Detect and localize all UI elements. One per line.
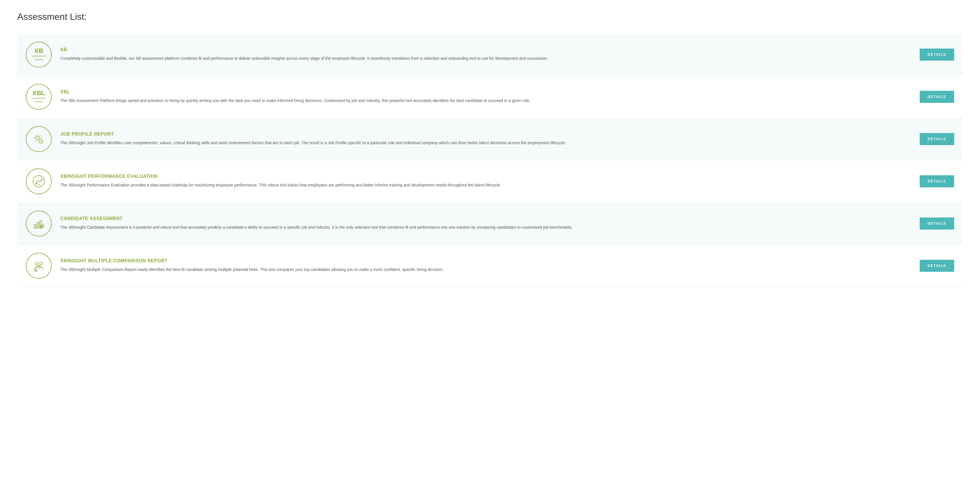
assessment-content-job-profile: JOB PROFILE REPORT The XBInsight Job Pro… xyxy=(60,132,920,147)
svg-line-9 xyxy=(42,226,43,226)
assessment-content-multiple-comparison: XBINSIGHT MULTIPLE COMPARISON REPORT The… xyxy=(60,258,920,273)
assessment-icon-xb: XB AssessmentSystem xyxy=(26,41,52,67)
assessment-item-job-profile: JOB PROFILE REPORT The XBInsight Job Pro… xyxy=(17,118,963,160)
svg-rect-13 xyxy=(35,270,37,271)
assessment-item-multiple-comparison: XBINSIGHT MULTIPLE COMPARISON REPORT The… xyxy=(17,245,963,287)
svg-point-2 xyxy=(33,175,45,187)
assessment-icon-multiple-comparison xyxy=(26,253,52,279)
icon-label: XB xyxy=(35,48,43,54)
assessment-desc-xb: Completely customizable and flexible, ou… xyxy=(60,55,911,62)
assessment-content-xb: XB Completely customizable and flexible,… xyxy=(60,47,920,62)
svg-point-11 xyxy=(40,262,43,265)
svg-rect-4 xyxy=(34,225,36,228)
svg-point-7 xyxy=(40,225,44,228)
assessment-desc-job-profile: The XBInsight Job Profile identifies cor… xyxy=(60,140,911,147)
assessment-name-multiple-comparison: XBINSIGHT MULTIPLE COMPARISON REPORT xyxy=(60,258,911,263)
svg-point-10 xyxy=(35,262,38,265)
assessment-item-xbl: XBL AssessmentSystem XBL The XBL Assessm… xyxy=(17,76,963,118)
assessment-content-candidate-assessment: CANDIDATE ASSESSMENT The XBInsight Candi… xyxy=(60,216,920,231)
assessment-desc-multiple-comparison: The XBInsight Multiple Comparison Report… xyxy=(60,266,911,273)
assessment-item-performance-eval: XBINSIGHT PERFORMANCE EVALUATION The XBI… xyxy=(17,160,963,202)
assessment-desc-xbl: The XBL Assessment Platform brings speed… xyxy=(60,97,911,104)
assessment-icon-xbl: XBL AssessmentSystem xyxy=(26,84,52,110)
svg-point-12 xyxy=(37,266,40,268)
assessment-name-xb: XB xyxy=(60,47,911,52)
assessment-list: XB AssessmentSystem XB Completely custom… xyxy=(17,33,963,287)
svg-point-1 xyxy=(40,140,43,143)
icon-sub-label: AssessmentSystem xyxy=(32,54,46,61)
assessment-item-xb: XB AssessmentSystem XB Completely custom… xyxy=(17,33,963,76)
details-button-multiple-comparison[interactable]: DETAILS xyxy=(920,260,954,272)
details-button-candidate-assessment[interactable]: DETAILS xyxy=(920,218,954,229)
svg-point-0 xyxy=(36,136,39,140)
details-button-job-profile[interactable]: DETAILS xyxy=(920,133,954,145)
icon-sub-label: AssessmentSystem xyxy=(32,97,46,104)
icon-label: XBL xyxy=(32,90,45,96)
svg-point-3 xyxy=(36,183,37,184)
details-button-performance-eval[interactable]: DETAILS xyxy=(920,175,954,187)
svg-rect-5 xyxy=(37,222,39,228)
details-button-xb[interactable]: DETAILS xyxy=(920,49,954,61)
assessment-name-job-profile: JOB PROFILE REPORT xyxy=(60,132,911,137)
assessment-desc-candidate-assessment: The XBInsight Candidate Assessment is a … xyxy=(60,224,911,231)
assessment-icon-candidate-assessment xyxy=(26,210,52,236)
assessment-desc-performance-eval: The XBInsight Performance Evaluation pro… xyxy=(60,182,911,189)
assessment-icon-performance-eval xyxy=(26,168,52,194)
assessment-item-candidate-assessment: CANDIDATE ASSESSMENT The XBInsight Candi… xyxy=(17,202,963,245)
details-button-xbl[interactable]: DETAILS xyxy=(920,91,954,103)
assessment-content-performance-eval: XBINSIGHT PERFORMANCE EVALUATION The XBI… xyxy=(60,174,920,189)
assessment-name-xbl: XBL xyxy=(60,89,911,94)
assessment-content-xbl: XBL The XBL Assessment Platform brings s… xyxy=(60,89,920,104)
assessment-name-performance-eval: XBINSIGHT PERFORMANCE EVALUATION xyxy=(60,174,911,179)
page-title: Assessment List: xyxy=(17,11,963,22)
assessment-icon-job-profile xyxy=(26,126,52,152)
assessment-name-candidate-assessment: CANDIDATE ASSESSMENT xyxy=(60,216,911,221)
